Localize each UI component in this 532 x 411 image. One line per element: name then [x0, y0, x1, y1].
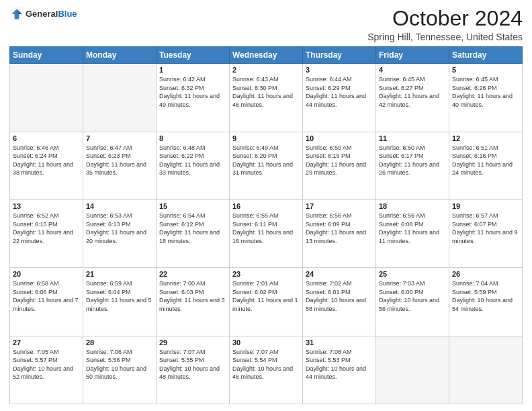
day-number: 11: [379, 134, 446, 142]
table-row: 14Sunrise: 6:53 AM Sunset: 6:13 PM Dayli…: [83, 199, 157, 267]
day-info: Sunrise: 6:46 AM Sunset: 6:24 PM Dayligh…: [13, 144, 80, 177]
day-info: Sunrise: 6:49 AM Sunset: 6:20 PM Dayligh…: [232, 144, 300, 177]
day-number: 6: [13, 134, 80, 142]
day-number: 20: [13, 270, 80, 278]
table-row: 10Sunrise: 6:50 AM Sunset: 6:19 PM Dayli…: [303, 132, 376, 199]
table-row: [10, 64, 83, 132]
day-number: 15: [159, 202, 226, 210]
day-info: Sunrise: 6:55 AM Sunset: 6:11 PM Dayligh…: [232, 212, 300, 245]
title-block: October 2024 Spring Hill, Tennessee, Uni…: [367, 7, 523, 42]
day-number: 1: [159, 66, 226, 74]
day-number: 24: [306, 270, 373, 278]
calendar-week-row: 13Sunrise: 6:52 AM Sunset: 6:15 PM Dayli…: [10, 199, 523, 267]
table-row: 31Sunrise: 7:08 AM Sunset: 5:53 PM Dayli…: [303, 336, 376, 404]
logo-general: General: [26, 9, 58, 19]
day-number: 16: [232, 202, 300, 210]
day-number: 25: [379, 270, 446, 278]
col-tuesday: Tuesday: [157, 47, 230, 64]
day-info: Sunrise: 6:56 AM Sunset: 6:08 PM Dayligh…: [379, 212, 446, 245]
col-sunday: Sunday: [10, 47, 83, 64]
day-number: 27: [13, 338, 80, 347]
table-row: 15Sunrise: 6:54 AM Sunset: 6:12 PM Dayli…: [157, 199, 230, 267]
day-info: Sunrise: 6:43 AM Sunset: 6:30 PM Dayligh…: [232, 75, 300, 109]
day-info: Sunrise: 7:06 AM Sunset: 5:56 PM Dayligh…: [86, 348, 153, 381]
table-row: 7Sunrise: 6:47 AM Sunset: 6:23 PM Daylig…: [83, 132, 157, 199]
day-number: 5: [452, 66, 519, 74]
day-number: 19: [452, 202, 519, 210]
day-number: 26: [452, 270, 519, 278]
day-info: Sunrise: 7:05 AM Sunset: 5:57 PM Dayligh…: [13, 348, 80, 381]
day-number: 18: [379, 202, 446, 210]
day-number: 4: [379, 66, 446, 74]
day-number: 22: [159, 270, 226, 278]
table-row: 16Sunrise: 6:55 AM Sunset: 6:11 PM Dayli…: [230, 199, 303, 267]
calendar-header-row: Sunday Monday Tuesday Wednesday Thursday…: [10, 47, 523, 64]
day-number: 31: [306, 338, 373, 347]
day-number: 14: [86, 202, 153, 210]
table-row: 27Sunrise: 7:05 AM Sunset: 5:57 PM Dayli…: [10, 336, 83, 404]
calendar-table: Sunday Monday Tuesday Wednesday Thursday…: [9, 46, 523, 404]
table-row: 8Sunrise: 6:48 AM Sunset: 6:22 PM Daylig…: [157, 132, 230, 199]
day-number: 21: [86, 270, 153, 278]
table-row: 5Sunrise: 6:45 AM Sunset: 6:26 PM Daylig…: [449, 64, 523, 132]
table-row: 12Sunrise: 6:51 AM Sunset: 6:16 PM Dayli…: [449, 132, 523, 199]
calendar-week-row: 1Sunrise: 6:42 AM Sunset: 6:32 PM Daylig…: [10, 64, 523, 132]
table-row: [449, 336, 523, 404]
day-number: 29: [159, 338, 226, 347]
col-wednesday: Wednesday: [230, 47, 303, 64]
day-info: Sunrise: 7:08 AM Sunset: 5:53 PM Dayligh…: [306, 348, 373, 381]
col-thursday: Thursday: [303, 47, 376, 64]
table-row: 29Sunrise: 7:07 AM Sunset: 5:55 PM Dayli…: [157, 336, 230, 404]
day-info: Sunrise: 6:57 AM Sunset: 6:07 PM Dayligh…: [452, 212, 519, 245]
table-row: 22Sunrise: 7:00 AM Sunset: 6:03 PM Dayli…: [157, 268, 230, 336]
location: Spring Hill, Tennessee, United States: [367, 32, 523, 42]
day-info: Sunrise: 7:07 AM Sunset: 5:54 PM Dayligh…: [232, 348, 300, 381]
table-row: 6Sunrise: 6:46 AM Sunset: 6:24 PM Daylig…: [10, 132, 83, 199]
day-info: Sunrise: 7:07 AM Sunset: 5:55 PM Dayligh…: [159, 348, 226, 381]
table-row: 19Sunrise: 6:57 AM Sunset: 6:07 PM Dayli…: [449, 199, 523, 267]
table-row: 2Sunrise: 6:43 AM Sunset: 6:30 PM Daylig…: [230, 64, 303, 132]
table-row: 4Sunrise: 6:45 AM Sunset: 6:27 PM Daylig…: [376, 64, 449, 132]
day-number: 2: [232, 66, 300, 74]
day-number: 3: [306, 66, 373, 74]
day-info: Sunrise: 6:52 AM Sunset: 6:15 PM Dayligh…: [13, 212, 80, 245]
day-info: Sunrise: 7:02 AM Sunset: 6:01 PM Dayligh…: [306, 279, 373, 313]
day-info: Sunrise: 6:42 AM Sunset: 6:32 PM Dayligh…: [159, 75, 226, 109]
table-row: 20Sunrise: 6:58 AM Sunset: 6:06 PM Dayli…: [10, 268, 83, 336]
table-row: 23Sunrise: 7:01 AM Sunset: 6:02 PM Dayli…: [230, 268, 303, 336]
logo-blue: Blue: [58, 9, 77, 19]
day-info: Sunrise: 7:00 AM Sunset: 6:03 PM Dayligh…: [159, 279, 226, 313]
day-info: Sunrise: 6:50 AM Sunset: 6:17 PM Dayligh…: [379, 144, 446, 177]
calendar-week-row: 27Sunrise: 7:05 AM Sunset: 5:57 PM Dayli…: [10, 336, 523, 404]
calendar-week-row: 20Sunrise: 6:58 AM Sunset: 6:06 PM Dayli…: [10, 268, 523, 336]
calendar-week-row: 6Sunrise: 6:46 AM Sunset: 6:24 PM Daylig…: [10, 132, 523, 199]
day-info: Sunrise: 6:44 AM Sunset: 6:29 PM Dayligh…: [306, 75, 373, 109]
table-row: [376, 336, 449, 404]
table-row: 1Sunrise: 6:42 AM Sunset: 6:32 PM Daylig…: [157, 64, 230, 132]
logo-text: GeneralBlue: [26, 9, 77, 19]
table-row: 3Sunrise: 6:44 AM Sunset: 6:29 PM Daylig…: [303, 64, 376, 132]
col-saturday: Saturday: [449, 47, 523, 64]
day-number: 23: [232, 270, 300, 278]
table-row: 9Sunrise: 6:49 AM Sunset: 6:20 PM Daylig…: [230, 132, 303, 199]
day-info: Sunrise: 7:03 AM Sunset: 6:00 PM Dayligh…: [379, 279, 446, 313]
day-info: Sunrise: 6:48 AM Sunset: 6:22 PM Dayligh…: [159, 144, 226, 177]
day-info: Sunrise: 7:04 AM Sunset: 5:59 PM Dayligh…: [452, 279, 519, 313]
table-row: 18Sunrise: 6:56 AM Sunset: 6:08 PM Dayli…: [376, 199, 449, 267]
table-row: 28Sunrise: 7:06 AM Sunset: 5:56 PM Dayli…: [83, 336, 157, 404]
day-info: Sunrise: 7:01 AM Sunset: 6:02 PM Dayligh…: [232, 279, 300, 313]
day-number: 12: [452, 134, 519, 142]
table-row: 30Sunrise: 7:07 AM Sunset: 5:54 PM Dayli…: [230, 336, 303, 404]
header: GeneralBlue October 2024 Spring Hill, Te…: [9, 7, 523, 42]
day-info: Sunrise: 6:51 AM Sunset: 6:16 PM Dayligh…: [452, 144, 519, 177]
day-number: 30: [232, 338, 300, 347]
day-info: Sunrise: 6:47 AM Sunset: 6:23 PM Dayligh…: [86, 144, 153, 177]
day-number: 28: [86, 338, 153, 347]
col-monday: Monday: [83, 47, 157, 64]
calendar-page: GeneralBlue October 2024 Spring Hill, Te…: [0, 0, 532, 411]
month-title: October 2024: [367, 7, 523, 30]
day-number: 17: [306, 202, 373, 210]
table-row: 11Sunrise: 6:50 AM Sunset: 6:17 PM Dayli…: [376, 132, 449, 199]
day-info: Sunrise: 6:56 AM Sunset: 6:09 PM Dayligh…: [306, 212, 373, 245]
table-row: 24Sunrise: 7:02 AM Sunset: 6:01 PM Dayli…: [303, 268, 376, 336]
